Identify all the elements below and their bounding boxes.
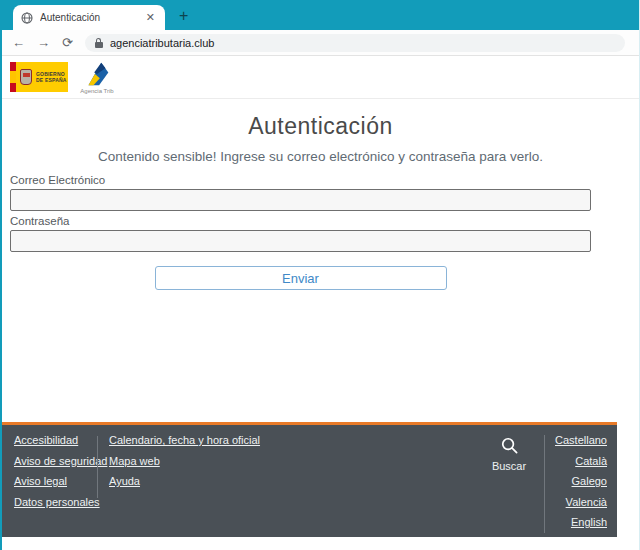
login-form: Correo Electrónico Contraseña Enviar <box>10 170 591 290</box>
password-label: Contraseña <box>10 215 591 227</box>
language-link[interactable]: Castellano <box>545 434 607 446</box>
site-header: GOBIERNO DE ESPAÑA Agencia Trib <box>2 56 639 99</box>
browser-tab[interactable]: Autenticación ✕ <box>13 5 165 30</box>
lock-icon <box>95 38 103 48</box>
gobierno-espana-logo[interactable]: GOBIERNO DE ESPAÑA <box>10 62 68 92</box>
footer-links-column2: Calendario, fecha y hora oficialMapa web… <box>98 434 474 537</box>
gobierno-logo-text: GOBIERNO DE ESPAÑA <box>36 71 67 83</box>
url-text: agenciatributaria.club <box>110 37 215 49</box>
password-field[interactable] <box>10 230 591 252</box>
back-icon[interactable]: ← <box>12 36 25 49</box>
browser-window: Autenticación ✕ + ← → ⟳ agenciatributari… <box>0 0 640 550</box>
footer-link[interactable]: Calendario, fecha y hora oficial <box>109 434 474 446</box>
language-link[interactable]: English <box>545 516 607 528</box>
agencia-logo-text: Agencia Trib <box>80 88 113 94</box>
agencia-arrow-icon <box>80 61 114 87</box>
language-link[interactable]: Galego <box>545 475 607 487</box>
footer-link[interactable]: Datos personales <box>14 496 97 508</box>
agencia-tributaria-logo[interactable]: Agencia Trib <box>80 61 114 94</box>
language-link[interactable]: Català <box>545 455 607 467</box>
address-bar[interactable]: agenciatributaria.club <box>85 34 625 52</box>
language-link[interactable]: Valencià <box>545 496 607 508</box>
forward-icon[interactable]: → <box>37 36 50 49</box>
email-label: Correo Electrónico <box>10 174 591 186</box>
footer-link[interactable]: Mapa web <box>109 455 474 467</box>
spain-flag-icon <box>10 62 16 92</box>
tab-close-icon[interactable]: ✕ <box>144 11 157 24</box>
tab-bar: Autenticación ✕ + <box>2 0 639 30</box>
sensitive-content-message: Contenido sensible! Ingrese su correo el… <box>2 149 639 164</box>
page-title: Autenticación <box>2 113 639 140</box>
footer-link[interactable]: Aviso legal <box>14 475 97 487</box>
footer-link[interactable]: Ayuda <box>109 475 474 487</box>
new-tab-button[interactable]: + <box>179 8 188 24</box>
globe-icon <box>21 12 33 24</box>
footer-search[interactable]: Buscar <box>474 436 544 537</box>
footer-link[interactable]: Accesibilidad <box>14 434 97 446</box>
whitespace <box>2 290 639 422</box>
bottom-strip <box>2 537 639 550</box>
search-icon <box>500 436 519 455</box>
site-footer: AccesibilidadAviso de seguridadAviso leg… <box>2 422 617 537</box>
footer-links-column1: AccesibilidadAviso de seguridadAviso leg… <box>2 434 97 537</box>
page-content: Autenticación Contenido sensible! Ingres… <box>2 99 639 422</box>
email-field[interactable] <box>10 189 591 211</box>
footer-link[interactable]: Aviso de seguridad <box>14 455 97 467</box>
browser-toolbar: ← → ⟳ agenciatributaria.club <box>2 30 639 56</box>
search-label: Buscar <box>492 460 526 472</box>
submit-button[interactable]: Enviar <box>155 266 447 290</box>
coat-of-arms-icon <box>20 69 32 85</box>
tab-title: Autenticación <box>40 12 137 23</box>
reload-icon[interactable]: ⟳ <box>62 36 73 49</box>
language-selector: CastellanoCatalàGalegoValenciàEnglish <box>545 434 617 537</box>
